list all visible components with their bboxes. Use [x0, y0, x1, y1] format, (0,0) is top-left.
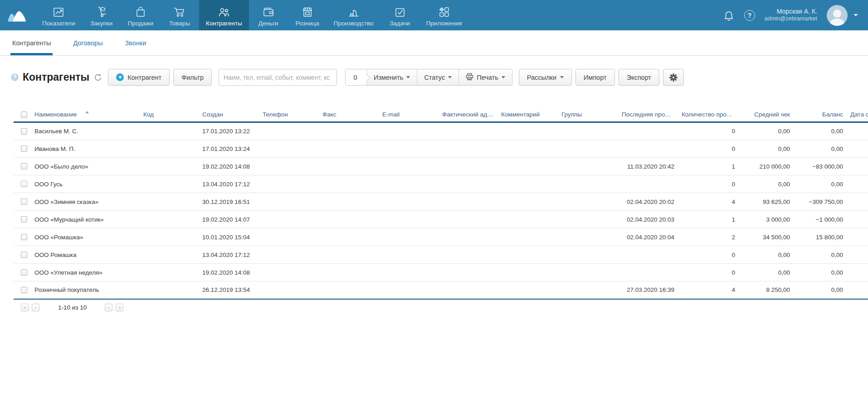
cell-address	[439, 193, 497, 211]
mailings-dropdown[interactable]: Рассылки	[519, 69, 572, 86]
page-help-icon[interactable]: ?	[11, 73, 19, 81]
status-dropdown[interactable]: Статус	[417, 69, 458, 85]
refresh-icon[interactable]	[94, 73, 102, 82]
tab-counterparties[interactable]: Контрагенты	[12, 30, 51, 55]
tab-contracts[interactable]: Договоры	[73, 30, 102, 55]
cell-created: 17.01.2020 13:24	[199, 140, 259, 158]
cell-date	[847, 281, 868, 299]
row-checkbox[interactable]	[21, 269, 27, 276]
select-all-checkbox[interactable]	[21, 111, 27, 118]
col-created[interactable]: Создан	[199, 108, 259, 122]
col-name[interactable]: Наименование	[31, 108, 140, 122]
col-balance[interactable]: Баланс	[794, 108, 847, 122]
table-row[interactable]: ООО «Ромашка» 10.01.2020 15:04 02.04.202…	[14, 228, 868, 246]
col-phone[interactable]: Телефон	[259, 108, 319, 122]
help-icon[interactable]: ?	[744, 10, 755, 21]
row-checkbox[interactable]	[21, 181, 27, 187]
import-button[interactable]: Импорт	[575, 69, 615, 86]
cell-name: Васильев М. С.	[31, 122, 140, 140]
table-row[interactable]: ООО Ромашка 13.04.2020 17:12 0 0,00 0,00	[14, 246, 868, 264]
table-row[interactable]: ООО «Было дело» 19.02.2020 14:08 11.03.2…	[14, 158, 868, 175]
next-page-button[interactable]: ›	[105, 304, 112, 311]
filter-button[interactable]: Фильтр	[173, 69, 212, 86]
cell-groups	[558, 228, 618, 246]
cell-email	[379, 246, 439, 264]
plus-icon: +	[116, 73, 124, 81]
col-comment[interactable]: Комментарий	[497, 108, 558, 122]
table-row[interactable]: ООО «Улетная неделя» 19.02.2020 14:08 0 …	[14, 264, 868, 281]
cell-sales-count: 4	[678, 193, 739, 211]
export-button[interactable]: Экспорт	[619, 69, 659, 86]
cell-balance: −83 000,00	[794, 158, 847, 175]
nav-item-indicators[interactable]: Показатели	[35, 0, 82, 30]
row-checkbox[interactable]	[21, 252, 27, 258]
col-date[interactable]: Дата с	[847, 108, 868, 122]
table-row[interactable]: Розничный покупатель 26.12.2019 13:54 27…	[14, 281, 868, 299]
apps-grid-gear-icon	[438, 4, 450, 19]
nav-item-goods[interactable]: Товары	[160, 0, 199, 30]
cell-last-sale: 27.03.2020 16:39	[618, 281, 678, 299]
cell-sales-count: 1	[678, 211, 739, 228]
nav-item-apps[interactable]: Приложения	[419, 0, 469, 30]
row-checkbox[interactable]	[21, 216, 27, 223]
table-row[interactable]: ООО «Зимняя сказка» 30.12.2019 16:51 02.…	[14, 193, 868, 211]
last-page-button[interactable]: »	[116, 304, 123, 311]
col-avg-check[interactable]: Средний чек	[739, 108, 794, 122]
cell-comment	[497, 193, 558, 211]
prev-page-button[interactable]: ‹	[32, 304, 39, 311]
nav-item-purchases[interactable]: Закупки	[82, 0, 121, 30]
table-row[interactable]: ООО «Мурчащий котик» 19.02.2020 14:07 02…	[14, 211, 868, 228]
selected-count: 0	[346, 69, 366, 85]
col-last-sale[interactable]: Последняя прода...	[618, 108, 678, 122]
cell-avg-check: 8 250,00	[739, 281, 794, 299]
nav-item-production[interactable]: Производство	[327, 0, 380, 30]
cell-email	[379, 211, 439, 228]
col-fax[interactable]: Факс	[319, 108, 379, 122]
notifications-bell-icon[interactable]	[723, 9, 735, 21]
add-counterparty-button[interactable]: + Контрагент	[108, 69, 170, 86]
cell-email	[379, 175, 439, 193]
col-code[interactable]: Код	[140, 108, 199, 122]
nav-item-money[interactable]: Деньги	[249, 0, 288, 30]
col-groups[interactable]: Группы	[558, 108, 618, 122]
cell-fax	[319, 211, 379, 228]
cell-name: ООО «Зимняя сказка»	[31, 193, 140, 211]
user-menu-caret-icon[interactable]	[853, 14, 858, 16]
table-row[interactable]: Иванова М. П. 17.01.2020 13:24 0 0,00 0,…	[14, 140, 868, 158]
row-checkbox[interactable]	[21, 163, 27, 169]
cell-code	[140, 175, 199, 193]
col-sales-count[interactable]: Количество продаж	[678, 108, 739, 122]
row-checkbox[interactable]	[21, 287, 27, 293]
row-checkbox[interactable]	[21, 145, 27, 152]
app-logo[interactable]	[6, 4, 29, 27]
table-settings-button[interactable]	[663, 69, 684, 86]
col-address[interactable]: Фактический адрес	[439, 108, 497, 122]
sort-asc-icon	[85, 111, 89, 113]
col-email[interactable]: E-mail	[379, 108, 439, 122]
cell-fax	[319, 193, 379, 211]
cell-email	[379, 281, 439, 299]
edit-dropdown[interactable]: Изменить	[366, 69, 417, 85]
cell-comment	[497, 122, 558, 140]
cell-balance: 0,00	[794, 264, 847, 281]
nav-item-retail[interactable]: Розница	[288, 0, 327, 30]
first-page-button[interactable]: «	[21, 304, 29, 311]
cell-last-sale	[618, 140, 678, 158]
nav-item-tasks[interactable]: Задачи	[380, 0, 419, 30]
row-checkbox[interactable]	[21, 128, 27, 135]
table-row[interactable]: Васильев М. С. 17.01.2020 13:22 0 0,00 0…	[14, 122, 868, 140]
row-checkbox[interactable]	[21, 234, 27, 240]
avatar[interactable]	[827, 5, 848, 26]
cell-sales-count: 0	[678, 264, 739, 281]
table-row[interactable]: ООО Гусь 13.04.2020 17:12 0 0,00 0,00	[14, 175, 868, 193]
print-dropdown[interactable]: Печать	[458, 69, 512, 85]
tab-calls[interactable]: Звонки	[125, 30, 146, 55]
search-input[interactable]	[219, 69, 337, 86]
pagination: « ‹ 1-10 из 10 › »	[21, 304, 868, 311]
cell-sales-count: 4	[678, 281, 739, 299]
row-checkbox[interactable]	[21, 198, 27, 205]
nav-item-sales[interactable]: Продажи	[121, 0, 160, 30]
cell-address	[439, 158, 497, 175]
user-menu[interactable]: Морская А. К. admin@zebramarket	[765, 8, 817, 23]
nav-item-counterparties[interactable]: Контрагенты	[199, 0, 249, 30]
